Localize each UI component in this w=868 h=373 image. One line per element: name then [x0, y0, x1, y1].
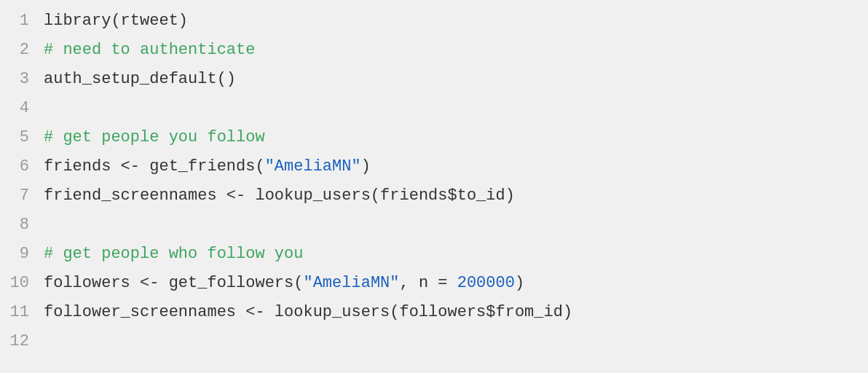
line-content: friend_screennames <- lookup_users(frien…	[44, 186, 515, 205]
line-number: 12	[0, 332, 44, 350]
line-number: 4	[0, 99, 44, 117]
code-line: 5# get people you follow	[0, 128, 868, 157]
code-line: 7friend_screennames <- lookup_users(frie…	[0, 186, 868, 216]
token-string: "AmeliaMN"	[265, 157, 361, 176]
line-content: # get people you follow	[44, 128, 265, 146]
token-default: followers <- get_followers(	[44, 274, 303, 292]
code-line: 9# get people who follow you	[0, 245, 868, 274]
line-number: 5	[0, 128, 44, 146]
line-content: library(rtweet)	[44, 12, 188, 30]
token-default: , n =	[400, 274, 457, 292]
line-number: 11	[0, 303, 44, 321]
code-line: 3auth_setup_default()	[0, 70, 868, 99]
code-line: 6friends <- get_friends("AmeliaMN")	[0, 157, 868, 186]
token-default: )	[515, 274, 524, 292]
code-line: 1library(rtweet)	[0, 12, 868, 41]
token-comment: # need to authenticate	[44, 41, 255, 59]
code-block: 1library(rtweet)2# need to authenticate3…	[0, 0, 868, 373]
code-line: 10followers <- get_followers("AmeliaMN",…	[0, 274, 868, 303]
code-line: 12	[0, 332, 868, 361]
line-number: 7	[0, 186, 44, 205]
token-default: follower_screennames <- lookup_users(fol…	[44, 303, 572, 321]
token-comment: # get people who follow you	[44, 245, 303, 263]
line-number: 2	[0, 41, 44, 59]
line-content: follower_screennames <- lookup_users(fol…	[44, 303, 572, 321]
line-content: followers <- get_followers("AmeliaMN", n…	[44, 274, 524, 292]
token-default: )	[361, 157, 371, 176]
line-number: 6	[0, 157, 44, 176]
token-default: library(rtweet)	[44, 12, 188, 30]
line-number: 9	[0, 245, 44, 263]
token-default: friend_screennames <- lookup_users(frien…	[44, 186, 515, 205]
line-content: friends <- get_friends("AmeliaMN")	[44, 157, 371, 176]
line-number: 10	[0, 274, 44, 292]
token-default: auth_setup_default()	[44, 70, 236, 88]
line-content: # need to authenticate	[44, 41, 255, 59]
token-default: friends <- get_friends(	[44, 157, 265, 176]
line-content: auth_setup_default()	[44, 70, 236, 88]
code-line: 4	[0, 99, 868, 128]
line-number: 1	[0, 12, 44, 30]
code-line: 11follower_screennames <- lookup_users(f…	[0, 303, 868, 332]
code-line: 2# need to authenticate	[0, 41, 868, 70]
line-number: 3	[0, 70, 44, 88]
line-content: # get people who follow you	[44, 245, 303, 263]
token-comment: # get people you follow	[44, 128, 265, 146]
token-number: 200000	[457, 274, 515, 292]
code-line: 8	[0, 216, 868, 245]
line-number: 8	[0, 216, 44, 234]
token-string: "AmeliaMN"	[303, 274, 399, 292]
